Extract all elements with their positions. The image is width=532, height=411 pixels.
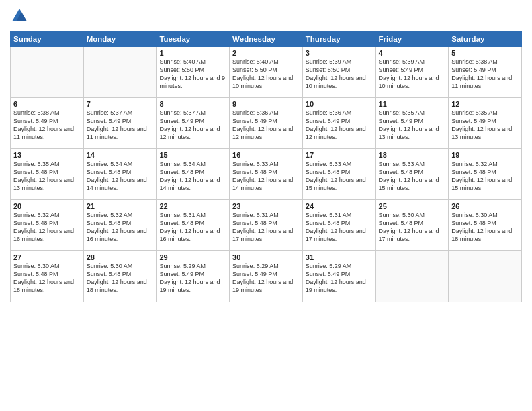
day-number: 7 bbox=[87, 100, 154, 108]
day-info: Sunrise: 5:38 AM Sunset: 5:49 PM Dayligh… bbox=[451, 58, 519, 91]
calendar-week-0: 1Sunrise: 5:40 AM Sunset: 5:50 PM Daylig… bbox=[11, 47, 522, 98]
calendar-cell: 28Sunrise: 5:30 AM Sunset: 5:48 PM Dayli… bbox=[83, 251, 157, 302]
calendar-cell: 12Sunrise: 5:35 AM Sunset: 5:49 PM Dayli… bbox=[449, 98, 522, 149]
day-info: Sunrise: 5:40 AM Sunset: 5:50 PM Dayligh… bbox=[159, 58, 226, 91]
day-number: 30 bbox=[232, 253, 300, 261]
day-number: 29 bbox=[159, 253, 226, 261]
day-info: Sunrise: 5:39 AM Sunset: 5:50 PM Dayligh… bbox=[306, 58, 373, 91]
day-number: 31 bbox=[306, 253, 373, 261]
calendar-cell: 13Sunrise: 5:35 AM Sunset: 5:48 PM Dayli… bbox=[11, 149, 84, 200]
day-info: Sunrise: 5:30 AM Sunset: 5:48 PM Dayligh… bbox=[379, 211, 446, 244]
calendar-header-row: SundayMondayTuesdayWednesdayThursdayFrid… bbox=[11, 32, 522, 47]
day-info: Sunrise: 5:31 AM Sunset: 5:48 PM Dayligh… bbox=[232, 211, 300, 244]
day-number: 28 bbox=[87, 253, 154, 261]
day-info: Sunrise: 5:34 AM Sunset: 5:48 PM Dayligh… bbox=[159, 160, 226, 193]
calendar-cell: 10Sunrise: 5:36 AM Sunset: 5:49 PM Dayli… bbox=[302, 98, 375, 149]
day-number: 10 bbox=[306, 100, 373, 108]
calendar-cell: 22Sunrise: 5:31 AM Sunset: 5:48 PM Dayli… bbox=[157, 200, 230, 251]
col-header-tuesday: Tuesday bbox=[157, 32, 230, 47]
day-info: Sunrise: 5:32 AM Sunset: 5:48 PM Dayligh… bbox=[451, 160, 519, 193]
day-number: 5 bbox=[451, 49, 519, 57]
day-number: 15 bbox=[159, 151, 226, 159]
calendar-cell: 9Sunrise: 5:36 AM Sunset: 5:49 PM Daylig… bbox=[230, 98, 303, 149]
calendar-cell: 24Sunrise: 5:31 AM Sunset: 5:48 PM Dayli… bbox=[302, 200, 375, 251]
day-info: Sunrise: 5:35 AM Sunset: 5:49 PM Dayligh… bbox=[379, 109, 446, 142]
calendar-cell: 25Sunrise: 5:30 AM Sunset: 5:48 PM Dayli… bbox=[375, 200, 449, 251]
calendar-cell: 21Sunrise: 5:32 AM Sunset: 5:48 PM Dayli… bbox=[83, 200, 157, 251]
col-header-wednesday: Wednesday bbox=[230, 32, 303, 47]
page: SundayMondayTuesdayWednesdayThursdayFrid… bbox=[0, 0, 532, 411]
day-info: Sunrise: 5:30 AM Sunset: 5:48 PM Dayligh… bbox=[451, 211, 519, 244]
logo-icon bbox=[10, 7, 29, 26]
day-info: Sunrise: 5:29 AM Sunset: 5:49 PM Dayligh… bbox=[306, 262, 373, 295]
day-number: 4 bbox=[379, 49, 446, 57]
day-info: Sunrise: 5:32 AM Sunset: 5:48 PM Dayligh… bbox=[87, 211, 154, 244]
day-number: 14 bbox=[87, 151, 154, 159]
day-number: 19 bbox=[451, 151, 519, 159]
calendar-cell: 4Sunrise: 5:39 AM Sunset: 5:49 PM Daylig… bbox=[375, 47, 449, 98]
day-number: 22 bbox=[159, 202, 226, 210]
day-number: 24 bbox=[306, 202, 373, 210]
day-info: Sunrise: 5:33 AM Sunset: 5:48 PM Dayligh… bbox=[232, 160, 300, 193]
calendar-cell: 29Sunrise: 5:29 AM Sunset: 5:49 PM Dayli… bbox=[157, 251, 230, 302]
calendar-week-4: 27Sunrise: 5:30 AM Sunset: 5:48 PM Dayli… bbox=[11, 251, 522, 302]
calendar-cell: 1Sunrise: 5:40 AM Sunset: 5:50 PM Daylig… bbox=[157, 47, 230, 98]
day-number: 21 bbox=[87, 202, 154, 210]
day-number: 11 bbox=[379, 100, 446, 108]
day-info: Sunrise: 5:37 AM Sunset: 5:49 PM Dayligh… bbox=[87, 109, 154, 142]
calendar-cell: 20Sunrise: 5:32 AM Sunset: 5:48 PM Dayli… bbox=[11, 200, 84, 251]
logo bbox=[10, 7, 32, 26]
calendar-table: SundayMondayTuesdayWednesdayThursdayFrid… bbox=[10, 31, 522, 302]
day-info: Sunrise: 5:33 AM Sunset: 5:48 PM Dayligh… bbox=[306, 160, 373, 193]
calendar-week-3: 20Sunrise: 5:32 AM Sunset: 5:48 PM Dayli… bbox=[11, 200, 522, 251]
day-number: 8 bbox=[159, 100, 226, 108]
calendar-cell: 14Sunrise: 5:34 AM Sunset: 5:48 PM Dayli… bbox=[83, 149, 157, 200]
day-info: Sunrise: 5:30 AM Sunset: 5:48 PM Dayligh… bbox=[87, 262, 154, 295]
calendar-cell bbox=[11, 47, 84, 98]
day-info: Sunrise: 5:38 AM Sunset: 5:49 PM Dayligh… bbox=[13, 109, 81, 142]
calendar-cell: 16Sunrise: 5:33 AM Sunset: 5:48 PM Dayli… bbox=[230, 149, 303, 200]
day-info: Sunrise: 5:36 AM Sunset: 5:49 PM Dayligh… bbox=[232, 109, 300, 142]
day-info: Sunrise: 5:33 AM Sunset: 5:48 PM Dayligh… bbox=[379, 160, 446, 193]
calendar-cell bbox=[83, 47, 157, 98]
day-info: Sunrise: 5:40 AM Sunset: 5:50 PM Dayligh… bbox=[232, 58, 300, 91]
col-header-saturday: Saturday bbox=[449, 32, 522, 47]
calendar-cell: 30Sunrise: 5:29 AM Sunset: 5:49 PM Dayli… bbox=[230, 251, 303, 302]
calendar-cell bbox=[449, 251, 522, 302]
day-number: 23 bbox=[232, 202, 300, 210]
day-info: Sunrise: 5:32 AM Sunset: 5:48 PM Dayligh… bbox=[13, 211, 81, 244]
calendar-week-2: 13Sunrise: 5:35 AM Sunset: 5:48 PM Dayli… bbox=[11, 149, 522, 200]
calendar-cell: 8Sunrise: 5:37 AM Sunset: 5:49 PM Daylig… bbox=[157, 98, 230, 149]
day-number: 6 bbox=[13, 100, 81, 108]
day-info: Sunrise: 5:35 AM Sunset: 5:48 PM Dayligh… bbox=[13, 160, 81, 193]
day-number: 3 bbox=[306, 49, 373, 57]
day-info: Sunrise: 5:39 AM Sunset: 5:49 PM Dayligh… bbox=[379, 58, 446, 91]
day-info: Sunrise: 5:31 AM Sunset: 5:48 PM Dayligh… bbox=[306, 211, 373, 244]
calendar-cell: 11Sunrise: 5:35 AM Sunset: 5:49 PM Dayli… bbox=[375, 98, 449, 149]
calendar-cell: 7Sunrise: 5:37 AM Sunset: 5:49 PM Daylig… bbox=[83, 98, 157, 149]
day-info: Sunrise: 5:31 AM Sunset: 5:48 PM Dayligh… bbox=[159, 211, 226, 244]
calendar-cell: 3Sunrise: 5:39 AM Sunset: 5:50 PM Daylig… bbox=[302, 47, 375, 98]
calendar-cell bbox=[375, 251, 449, 302]
day-info: Sunrise: 5:29 AM Sunset: 5:49 PM Dayligh… bbox=[159, 262, 226, 295]
day-number: 25 bbox=[379, 202, 446, 210]
calendar-cell: 6Sunrise: 5:38 AM Sunset: 5:49 PM Daylig… bbox=[11, 98, 84, 149]
day-number: 16 bbox=[232, 151, 300, 159]
calendar-cell: 31Sunrise: 5:29 AM Sunset: 5:49 PM Dayli… bbox=[302, 251, 375, 302]
day-number: 9 bbox=[232, 100, 300, 108]
day-number: 18 bbox=[379, 151, 446, 159]
calendar-cell: 17Sunrise: 5:33 AM Sunset: 5:48 PM Dayli… bbox=[302, 149, 375, 200]
calendar-week-1: 6Sunrise: 5:38 AM Sunset: 5:49 PM Daylig… bbox=[11, 98, 522, 149]
calendar-cell: 26Sunrise: 5:30 AM Sunset: 5:48 PM Dayli… bbox=[449, 200, 522, 251]
calendar-cell: 15Sunrise: 5:34 AM Sunset: 5:48 PM Dayli… bbox=[157, 149, 230, 200]
day-number: 13 bbox=[13, 151, 81, 159]
col-header-friday: Friday bbox=[375, 32, 449, 47]
calendar-cell: 18Sunrise: 5:33 AM Sunset: 5:48 PM Dayli… bbox=[375, 149, 449, 200]
day-number: 26 bbox=[451, 202, 519, 210]
col-header-monday: Monday bbox=[83, 32, 157, 47]
day-number: 2 bbox=[232, 49, 300, 57]
header bbox=[10, 7, 522, 26]
calendar-cell: 23Sunrise: 5:31 AM Sunset: 5:48 PM Dayli… bbox=[230, 200, 303, 251]
calendar-cell: 2Sunrise: 5:40 AM Sunset: 5:50 PM Daylig… bbox=[230, 47, 303, 98]
day-number: 27 bbox=[13, 253, 81, 261]
